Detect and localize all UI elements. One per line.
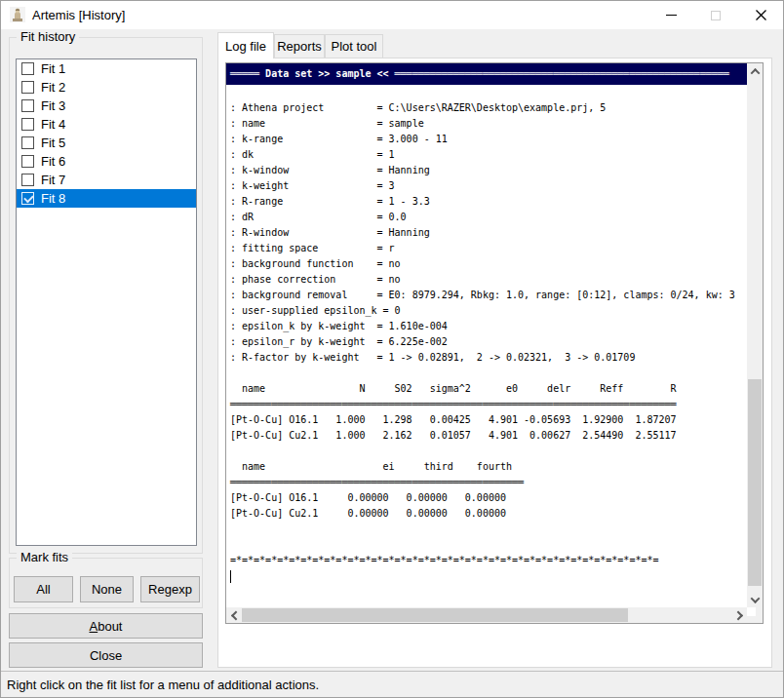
fit-list-item[interactable]: Fit 1 [17,59,196,78]
tab-reports-label: Reports [277,39,322,54]
close-button[interactable]: Close [9,642,203,668]
fit-checkbox[interactable] [21,118,34,131]
text-cursor [230,570,231,583]
fit-history-label: Fit history [17,29,79,44]
tab-log-file[interactable]: Log file [217,32,274,58]
close-icon [756,10,766,20]
fit-item-label: Fit 5 [41,136,65,150]
scrollbar-corner [747,607,763,623]
chevron-down-icon [750,594,760,603]
fit-list-item[interactable]: Fit 3 [17,97,196,115]
vertical-scrollbar-thumb[interactable] [748,379,762,586]
close-label: Close [90,648,122,663]
horizontal-scrollbar[interactable] [226,607,747,623]
fit-checkbox[interactable] [21,81,34,94]
mark-regexp-label: Regexp [148,582,192,597]
scroll-left-button[interactable] [226,607,242,623]
tab-reports[interactable]: Reports [274,34,325,58]
mark-all-label: All [36,582,50,597]
fit-item-label: Fit 2 [41,80,65,95]
scroll-right-button[interactable] [731,607,747,623]
artemis-app-icon [10,7,25,22]
fit-checkbox[interactable] [21,155,34,168]
vertical-scrollbar[interactable] [747,63,763,607]
close-window-button[interactable] [738,1,783,29]
log-dataset-header: ═════ Data set >> sample << ════════════… [226,63,747,85]
scroll-down-button[interactable] [747,592,763,607]
fit-item-label: Fit 1 [41,61,65,76]
fit-checkbox[interactable] [21,136,34,149]
fit-item-label: Fit 4 [41,117,65,132]
mark-none-button[interactable]: None [80,576,134,602]
minimize-button[interactable] [648,1,693,29]
about-label: bout [98,619,122,634]
fit-list-item[interactable]: Fit 8 [17,189,196,208]
mark-none-label: None [92,582,122,597]
tab-log-file-label: Log file [225,39,266,54]
fit-list-item[interactable]: Fit 2 [17,78,196,97]
tab-plot-tool-label: Plot tool [332,39,377,54]
fit-checkbox[interactable] [21,192,34,205]
artemis-history-window: Artemis [History] Fit history Fit 1 Fit … [0,0,784,698]
mark-regexp-button[interactable]: Regexp [140,576,200,602]
chevron-left-icon [230,610,240,620]
status-message: Right click on the fit list for a menu o… [7,678,319,692]
horizontal-scrollbar-thumb[interactable] [242,608,628,622]
mark-fits-label: Mark fits [17,550,72,564]
fit-checkbox[interactable] [21,62,34,75]
fit-checkbox[interactable] [21,99,34,112]
minimize-icon [666,15,677,16]
mark-all-button[interactable]: All [14,576,73,602]
chevron-right-icon [733,610,743,620]
fit-list-item[interactable]: Fit 5 [17,134,196,152]
fit-item-label: Fit 6 [41,154,65,169]
fit-list-item[interactable]: Fit 7 [17,171,196,189]
title-bar[interactable]: Artemis [History] [1,1,783,29]
fit-item-label: Fit 3 [41,98,65,113]
log-text-area[interactable]: ═════ Data set >> sample << ════════════… [225,62,764,624]
fit-history-groupbox: Fit history Fit 1 Fit 2 Fit 3 Fit 4 Fit … [9,37,203,554]
maximize-button[interactable] [693,1,738,29]
chevron-up-icon [750,67,760,77]
status-bar: Right click on the fit list for a menu o… [1,671,783,697]
log-viewport[interactable]: ═════ Data set >> sample << ════════════… [226,63,747,607]
fit-item-label: Fit 7 [41,173,65,187]
maximize-icon [711,11,721,20]
fit-list-item[interactable]: Fit 4 [17,115,196,134]
fit-item-label: Fit 8 [41,191,65,206]
fit-checkbox[interactable] [21,174,34,186]
window-title: Artemis [History] [32,8,125,22]
fit-list-item[interactable]: Fit 6 [17,152,196,171]
about-accel: A [90,619,98,634]
about-button[interactable]: About [9,613,203,639]
log-body-text: : Athena project = C:\Users\RAZER\Deskto… [226,85,747,568]
scroll-up-button[interactable] [747,63,763,79]
tab-plot-tool[interactable]: Plot tool [325,34,383,58]
fit-history-list[interactable]: Fit 1 Fit 2 Fit 3 Fit 4 Fit 5 Fit 6 Fit … [16,58,197,546]
